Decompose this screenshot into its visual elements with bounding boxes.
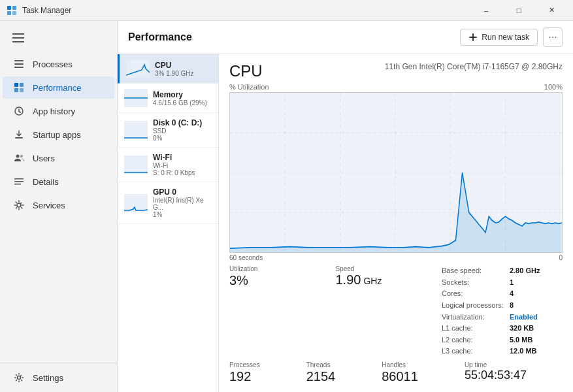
- wifi-sub: Wi-Fi: [153, 162, 212, 169]
- more-options-button[interactable]: ···: [543, 27, 563, 47]
- wifi-val: S: 0 R: 0 Kbps: [153, 169, 212, 176]
- svg-rect-7: [14, 60, 24, 61]
- startup-label: Startup apps: [33, 130, 81, 140]
- l1-cache-row: L1 cache: 320 KB: [442, 323, 540, 335]
- bottom-stats: Processes 192 Threads 2154 Handles 86011…: [229, 361, 563, 384]
- svg-rect-0: [7, 6, 11, 10]
- sidebar-item-users[interactable]: Users: [3, 147, 114, 169]
- sidebar-item-details[interactable]: Details: [3, 171, 114, 193]
- base-speed-label: Base speed:: [442, 265, 507, 277]
- threads-stat-label: Threads: [306, 361, 372, 368]
- info-col: Base speed: 2.80 GHz Sockets: 1 Cores: 4: [442, 265, 540, 357]
- device-item-cpu[interactable]: CPU 3% 1.90 GHz: [118, 54, 218, 84]
- svg-rect-19: [14, 181, 24, 182]
- l2-val: 5.0 MB: [510, 335, 532, 346]
- disk-info: Disk 0 (C: D:) SSD 0%: [153, 118, 212, 142]
- memory-name: Memory: [153, 90, 212, 99]
- svg-rect-2: [7, 11, 11, 15]
- sidebar-bottom: Settings: [0, 363, 117, 389]
- svg-rect-4: [12, 33, 24, 35]
- processes-stat: Processes 192: [229, 361, 296, 384]
- content-body: CPU 3% 1.90 GHz Memory 4.6/15.6 GB (29%): [118, 54, 573, 392]
- l1-val: 320 KB: [510, 323, 534, 335]
- sidebar-item-startup[interactable]: Startup apps: [3, 123, 114, 146]
- close-button[interactable]: ✕: [536, 0, 566, 21]
- l2-cache-row: L2 cache: 5.0 MB: [442, 335, 540, 346]
- app-history-icon: [13, 105, 25, 117]
- startup-icon: [13, 129, 25, 140]
- performance-icon: [13, 82, 25, 93]
- svg-rect-24: [472, 33, 474, 41]
- disk-mini-chart: [124, 121, 148, 139]
- title-bar: Task Manager – □ ✕: [0, 0, 573, 21]
- device-item-gpu[interactable]: GPU 0 Intel(R) Iris(R) Xe G... 1%: [118, 182, 218, 224]
- performance-label: Performance: [33, 83, 81, 93]
- minimize-button[interactable]: –: [471, 0, 501, 21]
- maximize-button[interactable]: □: [504, 0, 534, 21]
- content-area: Performance Run new task ···: [118, 21, 573, 392]
- details-icon: [13, 176, 25, 188]
- speed-value-row: 1.90 GHz: [335, 272, 433, 287]
- device-item-wifi[interactable]: Wi-Fi Wi-Fi S: 0 R: 0 Kbps: [118, 148, 218, 182]
- run-new-task-button[interactable]: Run new task: [460, 29, 538, 46]
- svg-point-16: [16, 155, 20, 158]
- cpu-info: CPU 3% 1.90 GHz: [155, 61, 212, 77]
- memory-info: Memory 4.6/15.6 GB (29%): [153, 90, 212, 106]
- stats-row: Utilization 3% Speed 1.90 GHz: [229, 265, 540, 357]
- svg-rect-28: [124, 155, 148, 174]
- cores-label: Cores:: [442, 288, 507, 300]
- base-speed-row: Base speed: 2.80 GHz: [442, 265, 540, 277]
- cpu-chart-svg: [230, 93, 562, 252]
- cpu-model: 11th Gen Intel(R) Core(TM) i7-1165G7 @ 2…: [385, 62, 563, 71]
- more-icon: ···: [548, 31, 557, 43]
- gpu-sub: Intel(R) Iris(R) Xe G...: [153, 197, 212, 211]
- virt-label: Virtualization:: [442, 312, 507, 323]
- app-history-label: App history: [33, 106, 75, 116]
- l3-cache-row: L3 cache: 12.0 MB: [442, 346, 540, 357]
- l3-val: 12.0 MB: [510, 346, 537, 357]
- page-title: Performance: [128, 31, 192, 43]
- uptime-stat: Up time 55:04:53:47: [465, 361, 563, 382]
- cpu-detail-panel: CPU 11th Gen Intel(R) Core(TM) i7-1165G7…: [219, 54, 573, 392]
- cores-row: Cores: 4: [442, 288, 540, 300]
- disk-name: Disk 0 (C: D:): [153, 118, 212, 127]
- svg-rect-12: [14, 88, 18, 92]
- svg-rect-15: [15, 137, 23, 139]
- services-label: Services: [33, 201, 65, 210]
- disk-sub: SSD: [153, 127, 212, 135]
- cpu-detail-header: CPU 11th Gen Intel(R) Core(TM) i7-1165G7…: [229, 62, 563, 80]
- content-header: Performance Run new task ···: [118, 21, 573, 54]
- sidebar-item-settings[interactable]: Settings: [3, 367, 114, 389]
- settings-label: Settings: [33, 373, 63, 383]
- device-item-disk[interactable]: Disk 0 (C: D:) SSD 0%: [118, 113, 218, 148]
- sidebar-item-app-history[interactable]: App history: [3, 100, 114, 122]
- sidebar: Processes Performance App history Startu…: [0, 21, 118, 392]
- processes-stat-value: 192: [229, 368, 296, 384]
- details-label: Details: [33, 177, 59, 187]
- l2-label: L2 cache:: [442, 335, 507, 346]
- svg-rect-13: [20, 88, 24, 92]
- util-label: Utilization: [229, 265, 327, 272]
- cpu-name: CPU: [155, 61, 212, 70]
- sockets-label: Sockets:: [442, 277, 507, 289]
- sidebar-item-services[interactable]: Services: [3, 194, 114, 216]
- sockets-row: Sockets: 1: [442, 277, 540, 289]
- title-bar-left: Task Manager: [7, 5, 71, 16]
- device-list: CPU 3% 1.90 GHz Memory 4.6/15.6 GB (29%): [118, 54, 219, 392]
- svg-rect-5: [12, 37, 24, 39]
- menu-button[interactable]: [5, 26, 31, 50]
- sidebar-item-performance[interactable]: Performance: [3, 76, 114, 99]
- uptime-label: Up time: [465, 361, 563, 368]
- sidebar-item-processes[interactable]: Processes: [3, 53, 114, 75]
- gpu-val: 1%: [153, 211, 212, 218]
- window-controls: – □ ✕: [471, 0, 566, 21]
- cpu-detail-title: CPU: [229, 62, 263, 80]
- svg-rect-20: [14, 184, 21, 185]
- app-icon: [7, 5, 17, 16]
- processes-stat-label: Processes: [229, 361, 296, 368]
- gpu-info: GPU 0 Intel(R) Iris(R) Xe G... 1%: [153, 188, 212, 218]
- logical-procs-val: 8: [510, 300, 514, 312]
- threads-stat-value: 2154: [306, 368, 372, 384]
- device-item-memory[interactable]: Memory 4.6/15.6 GB (29%): [118, 84, 218, 113]
- gpu-name: GPU 0: [153, 188, 212, 197]
